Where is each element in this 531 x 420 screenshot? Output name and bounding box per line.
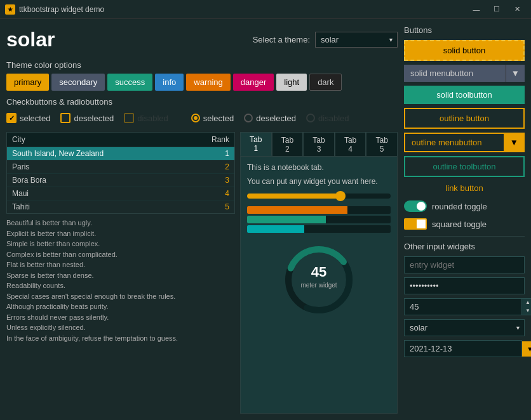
password-widget[interactable] <box>404 277 525 294</box>
check-selected-label: selected <box>20 114 50 123</box>
theme-colors-title: Theme color options <box>6 60 398 70</box>
table-row[interactable]: Bora Bora 3 <box>7 173 234 187</box>
color-btn-secondary[interactable]: secondary <box>51 74 105 91</box>
tab-1[interactable]: Tab 1 <box>240 132 272 156</box>
td-city: Maui <box>7 187 196 200</box>
svg-text:45: 45 <box>311 264 326 280</box>
text-line: Special cases aren't special enough to b… <box>6 291 235 302</box>
color-btn-dark[interactable]: dark <box>309 74 342 91</box>
outline-menubutton[interactable]: outline menubutton <box>404 133 504 152</box>
app-header: solar Select a theme: solar darkly cybor… <box>6 25 398 54</box>
color-btn-danger[interactable]: danger <box>233 74 274 91</box>
squared-toggle-label: squared toggle <box>432 220 487 229</box>
td-rank: 3 <box>196 174 234 187</box>
solid-menubutton-arrow[interactable]: ▼ <box>506 65 525 82</box>
link-button[interactable]: link button <box>404 181 525 195</box>
text-line: Simple is better than complex. <box>6 239 235 249</box>
checkbox-unchecked[interactable] <box>60 113 71 123</box>
radio-deselected-label: deselected <box>256 114 296 123</box>
titlebar-title: ttkbootstrap widget demo <box>19 5 104 14</box>
solid-menubutton-wrapper: solid menubutton ▼ <box>404 65 525 82</box>
solid-toolbutton[interactable]: solid toolbutton <box>404 86 525 104</box>
td-city: South Island, New Zealand <box>7 147 196 160</box>
td-rank: 2 <box>196 161 234 173</box>
check-disabled-label: disabled <box>137 114 168 123</box>
tab-3[interactable]: Tab 3 <box>303 132 335 156</box>
text-line: In the face of ambiguity, refuse the tem… <box>6 333 235 344</box>
tab-4[interactable]: Tab 4 <box>335 132 366 156</box>
svg-text:meter widget: meter widget <box>300 282 337 289</box>
combo-wrapper[interactable]: solar darkly cyborg <box>404 319 525 336</box>
slider-thumb[interactable] <box>335 191 346 201</box>
radio-unchecked[interactable] <box>244 114 253 122</box>
outline-menubutton-arrow[interactable]: ▼ <box>504 133 525 152</box>
spinbox-input[interactable] <box>404 298 522 315</box>
date-input[interactable] <box>404 340 522 357</box>
slider-track[interactable] <box>247 194 391 199</box>
outline-toolbutton[interactable]: outline toolbutton <box>404 156 525 177</box>
inputs-section-title: Other input widgets <box>404 242 525 251</box>
color-btn-success[interactable]: success <box>107 74 152 91</box>
combo-select[interactable]: solar darkly cyborg <box>404 319 525 336</box>
titlebar: ★ ttkbootstrap widget demo — ☐ ✕ <box>0 0 531 19</box>
radio-selected[interactable]: selected <box>191 114 234 123</box>
divider <box>404 236 525 237</box>
app-icon: ★ <box>5 4 15 15</box>
data-table: City Rank South Island, New Zealand 1 Pa… <box>6 132 235 214</box>
table-row[interactable]: Paris 2 <box>7 160 234 173</box>
date-wrapper: ▼ <box>404 340 525 357</box>
text-line: Complex is better than complicated. <box>6 249 235 260</box>
td-rank: 1 <box>196 147 234 160</box>
td-city: Bora Bora <box>7 174 196 187</box>
radio-disabled-box <box>306 114 315 122</box>
td-rank: 4 <box>196 187 234 200</box>
squared-toggle-row: squared toggle <box>404 217 525 231</box>
td-city: Paris <box>7 161 196 173</box>
rounded-toggle[interactable] <box>404 200 427 212</box>
text-line: There should be one-- and preferably onl… <box>6 343 235 345</box>
table-row[interactable]: South Island, New Zealand 1 <box>7 147 234 160</box>
color-btn-light[interactable]: light <box>276 74 307 91</box>
checkbuttons-title: Checkbuttons & radiobuttons <box>6 97 398 107</box>
table-row[interactable]: Tahiti 5 <box>7 200 234 213</box>
color-btn-info[interactable]: info <box>155 74 184 91</box>
check-deselected[interactable]: deselected <box>60 113 114 123</box>
notebook-text-line1: This is a notebook tab. <box>247 163 391 172</box>
radio-checked[interactable] <box>191 114 200 122</box>
color-btn-warning[interactable]: warning <box>186 74 231 91</box>
spinbox-down[interactable]: ▼ <box>522 307 531 315</box>
tab-2[interactable]: Tab 2 <box>272 132 304 156</box>
theme-select[interactable]: solar darkly cyborg vapor superhero <box>315 32 398 48</box>
progress-fill-1 <box>247 206 347 214</box>
th-city: City <box>7 133 196 147</box>
progress-bar-2 <box>247 216 391 223</box>
solid-button[interactable]: solid button <box>404 40 525 61</box>
text-line: Flat is better than nested. <box>6 259 235 270</box>
maximize-button[interactable]: ☐ <box>488 3 506 16</box>
spinbox-buttons: ▲ ▼ <box>522 298 531 315</box>
left-panel: solar Select a theme: solar darkly cybor… <box>6 25 398 414</box>
entry-widget[interactable] <box>404 256 525 273</box>
squared-toggle[interactable] <box>404 218 427 230</box>
check-selected[interactable]: selected <box>6 113 50 123</box>
minimize-button[interactable]: — <box>467 3 485 16</box>
window-controls: — ☐ ✕ <box>467 3 526 16</box>
checkbox-checked[interactable] <box>6 113 17 123</box>
outline-button[interactable]: outline button <box>404 108 525 129</box>
outline-menubutton-wrapper: outline menubutton ▼ <box>404 133 525 152</box>
radio-disabled: disabled <box>306 114 349 123</box>
notebook-text-line2: You can put any widget you want here. <box>247 177 391 186</box>
right-panel: Buttons solid button solid menubutton ▼ … <box>404 25 525 414</box>
radio-disabled-label: disabled <box>318 114 349 123</box>
table-row[interactable]: Maui 4 <box>7 187 234 200</box>
theme-dropdown-wrapper[interactable]: solar darkly cyborg vapor superhero <box>315 32 398 48</box>
close-button[interactable]: ✕ <box>508 3 526 16</box>
spinbox-up[interactable]: ▲ <box>522 299 531 307</box>
checkbuttons-section: Checkbuttons & radiobuttons selected des… <box>6 97 398 126</box>
radio-deselected[interactable]: deselected <box>244 114 296 123</box>
meter-container: 45 meter widget <box>247 242 391 318</box>
color-btn-primary[interactable]: primary <box>6 74 49 91</box>
solid-menubutton[interactable]: solid menubutton <box>404 65 506 82</box>
tab-5[interactable]: Tab 5 <box>366 132 398 156</box>
date-button[interactable]: ▼ <box>522 341 531 357</box>
